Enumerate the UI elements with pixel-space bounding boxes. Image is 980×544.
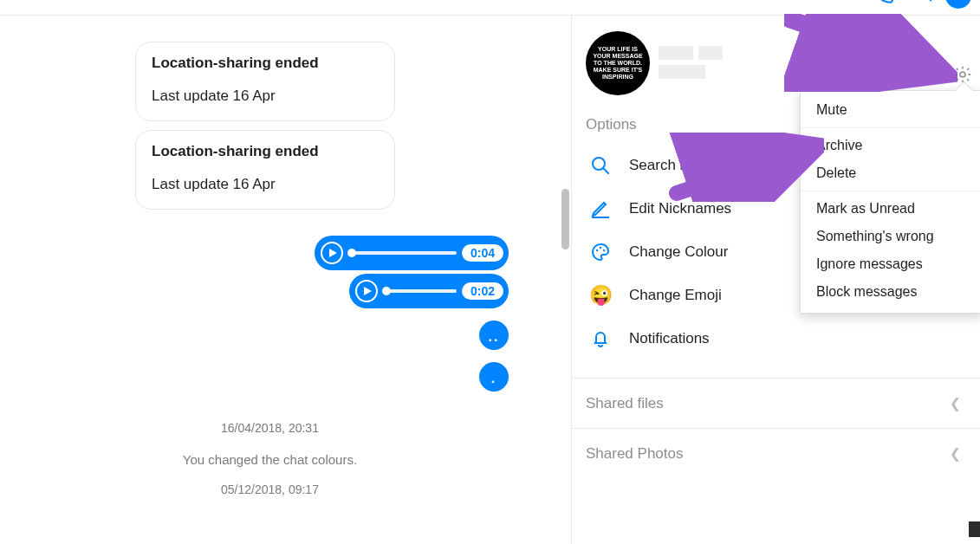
bell-icon [589, 327, 612, 350]
bubble-sub: Last update 16 Apr [152, 87, 379, 105]
pencil-icon [589, 198, 612, 220]
separator [801, 191, 980, 191]
svg-point-13 [960, 72, 965, 77]
incoming-bubble: Location-sharing ended Last update 16 Ap… [135, 42, 395, 121]
timestamp: 05/12/2018, 09:17 [0, 482, 540, 496]
option-label: Change Emoji [629, 287, 722, 304]
separator [801, 127, 980, 128]
video-icon[interactable] [907, 0, 933, 8]
section-label: Shared files [586, 395, 664, 412]
bubble-title: Location-sharing ended [152, 143, 379, 160]
menu-delete[interactable]: Delete [801, 159, 980, 187]
svg-point-11 [600, 247, 601, 249]
svg-line-8 [603, 168, 608, 173]
chat-column: Location-sharing ended Last update 16 Ap… [0, 16, 572, 544]
timestamp: 16/04/2018, 20:31 [0, 421, 540, 435]
option-label: Search in Conversation [629, 157, 782, 174]
chevron-left-icon: ❮ [950, 392, 961, 414]
svg-marker-6 [364, 287, 372, 295]
call-icon[interactable] [873, 0, 895, 9]
info-icon[interactable] [945, 0, 971, 9]
audio-track[interactable] [349, 251, 457, 255]
svg-point-12 [603, 249, 605, 251]
option-label: Notifications [629, 330, 710, 347]
section-label: Shared Photos [586, 445, 683, 463]
menu-block[interactable]: Block messages [801, 278, 980, 306]
outgoing-dot-message[interactable]: . [479, 362, 509, 392]
option-label: Edit Nicknames [629, 200, 731, 217]
play-icon[interactable] [320, 241, 344, 265]
menu-ignore[interactable]: Ignore messages [801, 250, 980, 278]
audio-time: 0:02 [462, 282, 503, 300]
audio-time: 0:04 [462, 244, 503, 262]
emoji-icon: 😜 [589, 284, 612, 307]
audio-message[interactable]: 0:02 [349, 274, 509, 308]
system-message: You changed the chat colours. [0, 452, 540, 467]
topbar-icons [873, 0, 971, 9]
menu-somethings-wrong[interactable]: Something's wrong [801, 223, 980, 250]
scrollbar-thumb[interactable] [969, 521, 980, 537]
svg-point-10 [596, 249, 598, 251]
details-panel: YOUR LIFE IS YOUR MESSAGE TO THE WORLD. … [572, 16, 980, 544]
svg-marker-4 [329, 249, 337, 257]
audio-track[interactable] [384, 289, 457, 293]
palette-icon [589, 241, 612, 263]
chevron-left-icon: ❮ [950, 443, 961, 464]
topbar [0, 0, 980, 16]
play-icon[interactable] [354, 279, 379, 303]
bubble-sub: Last update 16 Apr [152, 176, 379, 193]
shared-photos-section[interactable]: Shared Photos ❮ [572, 428, 980, 478]
option-notifications[interactable]: Notifications [572, 317, 980, 360]
search-icon [589, 154, 612, 177]
menu-mute[interactable]: Mute [801, 96, 980, 124]
scrollbar-thumb[interactable] [561, 189, 569, 249]
shared-files-section[interactable]: Shared files ❮ [572, 378, 980, 428]
menu-archive[interactable]: Archive [801, 132, 980, 159]
outgoing-dot-message[interactable]: .. [479, 321, 509, 350]
settings-menu: Mute Archive Delete Mark as Unread Somet… [800, 90, 980, 314]
incoming-bubble: Location-sharing ended Last update 16 Ap… [135, 130, 395, 210]
audio-message[interactable]: 0:04 [315, 236, 509, 270]
bubble-title: Location-sharing ended [152, 55, 379, 72]
menu-mark-unread[interactable]: Mark as Unread [801, 195, 980, 223]
avatar[interactable]: YOUR LIFE IS YOUR MESSAGE TO THE WORLD. … [586, 31, 650, 95]
contact-name-redacted [659, 46, 723, 81]
option-label: Change Colour [629, 243, 728, 261]
